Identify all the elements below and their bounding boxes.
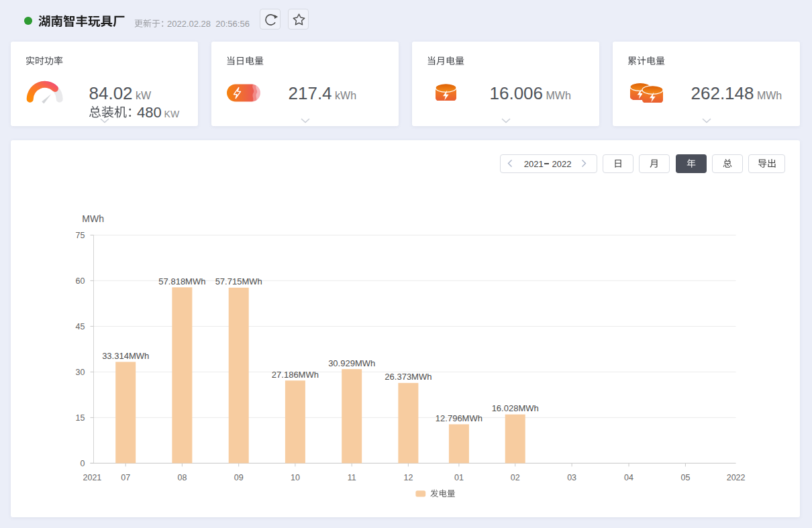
svg-text:75: 75 bbox=[76, 231, 85, 240]
svg-text:04: 04 bbox=[624, 473, 633, 482]
svg-text:MWh: MWh bbox=[82, 213, 104, 224]
svg-text:57.818MWh: 57.818MWh bbox=[158, 276, 205, 286]
svg-text:33.314MWh: 33.314MWh bbox=[102, 351, 149, 361]
svg-text:0: 0 bbox=[81, 459, 85, 468]
svg-text:08: 08 bbox=[177, 473, 187, 482]
svg-text:12: 12 bbox=[403, 473, 413, 482]
svg-text:10: 10 bbox=[291, 473, 300, 482]
svg-text:02: 02 bbox=[511, 473, 520, 482]
svg-text:15: 15 bbox=[76, 413, 85, 423]
svg-text:12.796MWh: 12.796MWh bbox=[436, 413, 483, 423]
svg-text:05: 05 bbox=[680, 473, 690, 482]
svg-text:60: 60 bbox=[76, 276, 85, 286]
svg-text:01: 01 bbox=[454, 473, 464, 482]
svg-text:07: 07 bbox=[121, 473, 130, 482]
svg-text:45: 45 bbox=[76, 322, 85, 331]
svg-text:27.186MWh: 27.186MWh bbox=[272, 370, 319, 380]
svg-text:16.028MWh: 16.028MWh bbox=[492, 403, 539, 413]
svg-text:2022: 2022 bbox=[727, 473, 746, 482]
svg-text:30: 30 bbox=[76, 368, 85, 377]
svg-text:26.373MWh: 26.373MWh bbox=[385, 372, 432, 382]
svg-text:2021: 2021 bbox=[83, 473, 101, 482]
svg-text:30.929MWh: 30.929MWh bbox=[328, 358, 375, 368]
svg-text:57.715MWh: 57.715MWh bbox=[215, 276, 262, 286]
svg-text:03: 03 bbox=[567, 473, 576, 482]
svg-text:09: 09 bbox=[234, 473, 244, 482]
svg-text:11: 11 bbox=[348, 473, 356, 482]
